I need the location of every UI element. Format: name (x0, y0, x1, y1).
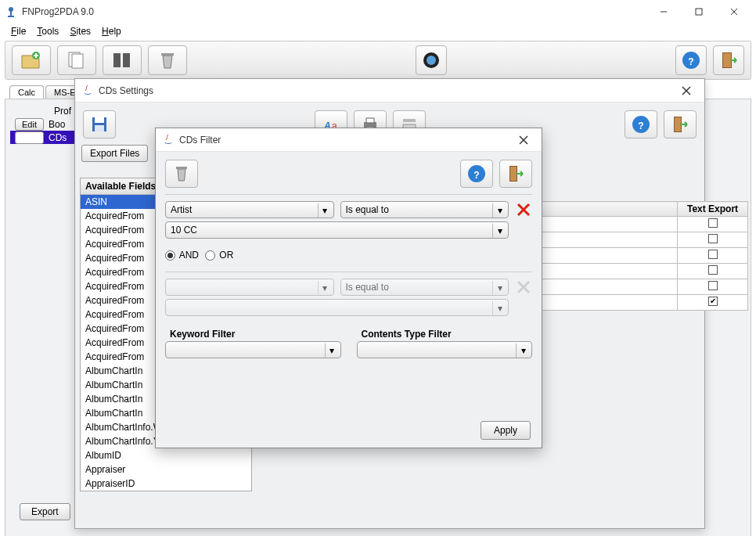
checkbox[interactable] (708, 281, 718, 290)
filter-delete-button[interactable] (165, 160, 198, 188)
export-files-button[interactable]: Export Files (81, 145, 148, 162)
svg-rect-9 (72, 54, 83, 68)
tree-row-books[interactable]: EditBoo (10, 117, 77, 131)
minimize-button[interactable] (646, 1, 681, 23)
table-row[interactable] (514, 248, 748, 264)
apply-button[interactable]: Apply (481, 421, 531, 440)
field-item[interactable]: Appraiser (81, 462, 251, 477)
main-titlebar: FNProg2PDA 9.0 (0, 0, 756, 23)
close-button[interactable] (716, 1, 751, 23)
checkbox[interactable] (708, 250, 718, 259)
cell-export[interactable] (678, 295, 748, 311)
table-row[interactable] (514, 232, 748, 248)
open-button[interactable] (57, 45, 96, 75)
field-item[interactable]: AlbumID (81, 448, 251, 462)
settings-help-button[interactable]: ? (625, 110, 657, 138)
svg-rect-10 (113, 53, 121, 67)
col-text-export[interactable]: Text Export (678, 202, 748, 217)
settings-close-button[interactable] (675, 81, 698, 100)
sort-panel: FieldText Export erednayed (513, 201, 748, 311)
menu-file[interactable]: File (6, 24, 31, 38)
chevron-down-icon: ▾ (492, 203, 506, 218)
table-row[interactable] (514, 217, 748, 232)
filter-op-select[interactable]: Is equal to▾ (340, 201, 509, 218)
menu-help[interactable]: Help (97, 24, 126, 38)
table-row[interactable]: ayed (514, 295, 748, 311)
svg-rect-29 (403, 119, 416, 122)
menubar: File Tools Sites Help (0, 23, 756, 39)
exit-button[interactable] (713, 45, 744, 75)
filter-help-button[interactable]: ? (460, 160, 493, 188)
settings-title: CDs Settings (99, 85, 675, 96)
maximize-button[interactable] (681, 1, 716, 23)
filter-field2-select[interactable]: ▾ (165, 279, 334, 296)
filter-exit-button[interactable] (499, 160, 532, 188)
settings-exit-button[interactable] (664, 110, 697, 138)
svg-rect-23 (95, 125, 104, 131)
tree-header: Prof (10, 104, 77, 117)
chevron-down-icon: ▾ (318, 281, 332, 295)
svg-rect-4 (696, 9, 702, 15)
chevron-down-icon: ▾ (492, 224, 506, 238)
profile-tree: Prof EditBoo EditCDs (10, 104, 77, 144)
export-button[interactable]: Export (20, 503, 70, 520)
svg-rect-27 (366, 118, 374, 123)
field-item[interactable]: AppraiserID (81, 477, 251, 491)
cell-export[interactable] (678, 279, 748, 295)
settings-titlebar: CDs Settings (75, 79, 704, 103)
checkbox[interactable] (708, 265, 718, 275)
svg-text:?: ? (473, 170, 479, 181)
radio-and[interactable]: AND (165, 250, 199, 261)
svg-rect-18 (723, 53, 731, 67)
filter-title: CDs Filter (179, 135, 512, 146)
table-row[interactable]: n (514, 279, 748, 295)
new-button[interactable] (12, 45, 51, 75)
svg-rect-37 (176, 167, 187, 169)
svg-rect-41 (510, 167, 517, 181)
filter-titlebar: CDs Filter (156, 128, 542, 152)
cell-export[interactable] (678, 264, 748, 279)
main-toolbar: ? (5, 41, 751, 80)
filter-value-select[interactable]: 10 CC▾ (165, 221, 509, 239)
checkbox[interactable] (708, 297, 718, 306)
table-row[interactable]: ered (514, 264, 748, 279)
remove-filter2-button[interactable] (515, 279, 532, 296)
svg-text:?: ? (638, 121, 643, 131)
java-icon (81, 85, 94, 97)
filter-row-2: ▾ Is equal to▾ (160, 275, 537, 299)
radio-or[interactable]: OR (205, 250, 233, 261)
java-icon (162, 134, 175, 146)
help-button[interactable]: ? (675, 45, 707, 75)
svg-text:?: ? (688, 56, 693, 67)
copy-button[interactable] (103, 45, 142, 75)
svg-rect-22 (95, 117, 104, 123)
menu-sites[interactable]: Sites (65, 24, 95, 38)
checkbox[interactable] (708, 234, 718, 243)
filter-field-select[interactable]: Artist▾ (165, 201, 334, 218)
remove-filter-button[interactable] (515, 201, 532, 218)
logic-row: AND OR (160, 242, 537, 268)
svg-rect-1 (10, 11, 12, 16)
checkbox[interactable] (708, 218, 718, 228)
cell-export[interactable] (678, 217, 748, 232)
sort-table: FieldText Export erednayed (513, 201, 748, 311)
cell-export[interactable] (678, 232, 748, 248)
tab-calc[interactable]: Calc (9, 85, 44, 99)
contents-filter-select[interactable]: ▾ (357, 341, 533, 358)
svg-point-14 (427, 56, 436, 65)
delete-button[interactable] (148, 45, 187, 75)
contents-filter-label: Contents Type Filter (357, 324, 533, 341)
chevron-down-icon: ▾ (492, 281, 506, 295)
svg-rect-34 (675, 117, 681, 131)
save-button[interactable] (83, 110, 116, 138)
filter-close-button[interactable] (512, 131, 535, 149)
tree-row-cds[interactable]: EditCDs (10, 131, 77, 144)
cell-export[interactable] (678, 248, 748, 264)
menu-tools[interactable]: Tools (32, 24, 63, 38)
filter-value2-select[interactable]: ▾ (165, 299, 509, 316)
keyword-filter-select[interactable]: ▾ (165, 341, 341, 358)
preview-button[interactable] (416, 45, 447, 75)
chevron-down-icon: ▾ (318, 203, 332, 218)
filter-op2-select[interactable]: Is equal to▾ (340, 279, 509, 296)
chevron-down-icon: ▾ (325, 344, 339, 358)
